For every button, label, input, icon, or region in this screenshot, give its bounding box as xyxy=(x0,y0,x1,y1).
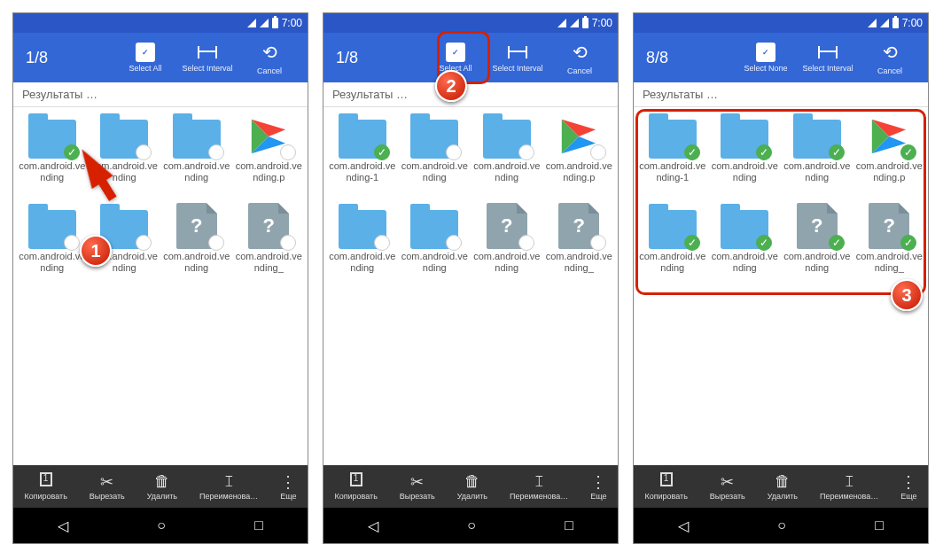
breadcrumb[interactable]: Результаты … xyxy=(13,82,308,107)
action-toolbar: Копировать ✂Вырезать 🗑Удалить 𝙸Переимено… xyxy=(634,465,928,508)
signal-icon xyxy=(260,19,269,27)
delete-button[interactable]: 🗑Удалить xyxy=(457,472,487,501)
wifi-icon xyxy=(868,19,877,27)
screen-1: 7:00 1/8 ✓ Select All Select Interval ⟲ … xyxy=(12,12,308,544)
unselected-badge[interactable] xyxy=(280,144,296,160)
cancel-button[interactable]: ⟲ Cancel xyxy=(859,33,921,82)
copy-icon xyxy=(40,472,52,486)
rename-button[interactable]: 𝙸Переименова… xyxy=(510,472,568,501)
recents-button[interactable]: □ xyxy=(875,517,884,533)
cut-button[interactable]: ✂Вырезать xyxy=(400,472,435,501)
unselected-badge[interactable] xyxy=(208,235,224,251)
action-toolbar: Копировать ✂Вырезать 🗑Удалить 𝙸Переимено… xyxy=(323,465,618,508)
cursor-icon: 𝙸 xyxy=(844,472,855,490)
status-bar: 7:00 xyxy=(634,13,928,33)
select-none-button[interactable]: ✓ Select None xyxy=(735,33,797,82)
file-item[interactable]: com.android.vending xyxy=(400,203,471,292)
unselected-badge[interactable] xyxy=(518,235,534,251)
file-label: com.android.vending.p xyxy=(545,160,612,183)
callout-2: 2 xyxy=(435,70,467,102)
breadcrumb[interactable]: Результаты … xyxy=(323,82,618,107)
cancel-button[interactable]: ⟲ Cancel xyxy=(238,33,300,82)
file-item[interactable]: ?com.android.vending xyxy=(161,203,232,292)
copy-button[interactable]: Копировать xyxy=(334,472,377,501)
battery-icon xyxy=(582,18,588,28)
unselected-badge[interactable] xyxy=(136,235,152,251)
recents-button[interactable]: □ xyxy=(565,517,573,533)
file-label: com.android.vending xyxy=(473,251,541,274)
more-button[interactable]: ⋮Еще xyxy=(280,472,296,501)
selection-count: 1/8 xyxy=(26,49,48,67)
unselected-badge[interactable] xyxy=(374,235,390,251)
file-item[interactable]: ?com.android.vending xyxy=(472,203,542,292)
unselected-badge[interactable] xyxy=(208,144,224,160)
unselected-badge[interactable] xyxy=(518,144,534,160)
file-item[interactable]: com.android.vending xyxy=(472,113,542,201)
file-item[interactable]: com.android.vending.p xyxy=(234,113,305,201)
file-item[interactable]: com.android.vending xyxy=(327,203,398,292)
file-label: com.android.vending xyxy=(329,251,396,274)
file-item[interactable]: com.android.vending.p xyxy=(544,113,615,201)
file-item[interactable]: ?com.android.vending_ xyxy=(234,203,305,292)
home-button[interactable]: ○ xyxy=(467,517,476,533)
app-bar: 1/8 ✓ Select All Select Interval ⟲ Cance… xyxy=(13,33,308,82)
android-nav-bar: ◁ ○ □ xyxy=(13,508,308,543)
unselected-badge[interactable] xyxy=(590,144,606,160)
copy-button[interactable]: Копировать xyxy=(24,472,66,501)
cut-button[interactable]: ✂Вырезать xyxy=(90,472,125,501)
unselected-badge[interactable] xyxy=(280,235,296,251)
unselected-badge[interactable] xyxy=(446,144,462,160)
more-button[interactable]: ⋮Еще xyxy=(590,472,606,501)
undo-icon: ⟲ xyxy=(883,42,898,63)
back-button[interactable]: ◁ xyxy=(678,517,689,534)
scissors-icon: ✂ xyxy=(410,472,424,490)
copy-button[interactable]: Копировать xyxy=(644,472,687,501)
more-icon: ⋮ xyxy=(590,472,606,490)
status-bar: 7:00 xyxy=(323,13,618,33)
callout-1: 1 xyxy=(80,235,112,267)
more-button[interactable]: ⋮Еще xyxy=(900,472,916,501)
rename-button[interactable]: 𝙸Переименова… xyxy=(199,472,258,501)
recents-button[interactable]: □ xyxy=(254,517,263,533)
file-item[interactable]: com.android.vending xyxy=(161,113,232,201)
cancel-button[interactable]: ⟲ Cancel xyxy=(549,33,611,82)
delete-button[interactable]: 🗑Удалить xyxy=(768,472,798,501)
highlight-box-grid xyxy=(635,109,926,295)
file-grid: ✓com.android.vendingcom.android.vendingc… xyxy=(13,107,308,465)
back-button[interactable]: ◁ xyxy=(58,517,68,534)
unselected-badge[interactable] xyxy=(590,235,606,251)
copy-icon xyxy=(660,472,673,486)
rename-button[interactable]: 𝙸Переименова… xyxy=(820,472,878,501)
home-button[interactable]: ○ xyxy=(157,517,166,533)
cursor-icon: 𝙸 xyxy=(534,472,545,490)
scissors-icon: ✂ xyxy=(721,472,734,490)
wifi-icon xyxy=(247,19,256,27)
home-button[interactable]: ○ xyxy=(777,517,786,533)
back-button[interactable]: ◁ xyxy=(368,517,378,534)
more-icon: ⋮ xyxy=(280,472,296,490)
status-bar: 7:00 xyxy=(13,13,308,33)
battery-icon xyxy=(892,18,899,28)
delete-button[interactable]: 🗑Удалить xyxy=(147,472,177,501)
file-label: com.android.vending xyxy=(19,251,86,274)
unselected-badge[interactable] xyxy=(446,235,462,251)
app-bar: 8/8 ✓ Select None Select Interval ⟲ Canc… xyxy=(634,33,928,82)
more-icon: ⋮ xyxy=(900,472,916,490)
selected-badge[interactable]: ✓ xyxy=(374,144,390,160)
file-label: com.android.vending xyxy=(163,160,230,183)
unselected-badge[interactable] xyxy=(136,144,152,160)
select-interval-button[interactable]: Select Interval xyxy=(487,33,549,82)
unselected-badge[interactable] xyxy=(64,235,80,251)
file-item[interactable]: ?com.android.vending_ xyxy=(544,203,615,292)
file-item[interactable]: ✓com.android.vending-1 xyxy=(327,113,398,201)
select-all-button[interactable]: ✓ Select All xyxy=(114,33,176,82)
file-item[interactable]: com.android.vending xyxy=(400,113,471,201)
cut-button[interactable]: ✂Вырезать xyxy=(710,472,745,501)
file-label: com.android.vending_ xyxy=(545,251,612,274)
select-interval-button[interactable]: Select Interval xyxy=(176,33,238,82)
file-item[interactable]: com.android.vending xyxy=(17,203,88,292)
clock: 7:00 xyxy=(902,17,923,29)
check-icon: ✓ xyxy=(136,43,155,62)
select-interval-button[interactable]: Select Interval xyxy=(797,33,859,82)
breadcrumb[interactable]: Результаты … xyxy=(634,82,928,107)
